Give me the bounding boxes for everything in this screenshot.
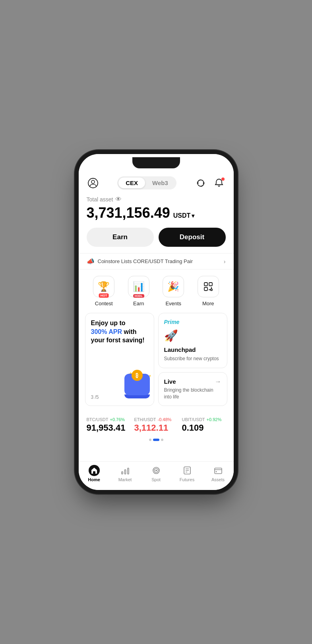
nav-futures[interactable]: Futures (172, 465, 203, 482)
announcement-bar[interactable]: 📣 Coinstore Lists CORE/USDT Trading Pair… (79, 253, 234, 269)
assets-nav-icon (213, 465, 224, 476)
cards-section: Enjoy up to 300% APR with your forst sav… (79, 313, 234, 412)
quick-icon-events[interactable]: 🎉 Events (156, 276, 191, 306)
notification-button[interactable] (213, 177, 225, 189)
quick-icons: 🏆 HOT Contest 📊 HODL Earn 🎉 Events (79, 269, 234, 313)
svg-rect-5 (204, 283, 207, 286)
more-grid-icon (203, 281, 214, 292)
ubit-price: 0.109 (182, 423, 222, 433)
cex-tab[interactable]: CEX (118, 178, 145, 188)
live-arrow-icon: → (215, 378, 221, 385)
dot-3 (161, 439, 163, 441)
launchpad-card[interactable]: Prime 🚀 Launchpad Subscribe for new cryp… (158, 313, 227, 368)
notification-dot (221, 178, 225, 181)
svg-rect-6 (209, 283, 212, 286)
earn-icon-box: 📊 HODL (128, 276, 149, 297)
bottom-nav: Home Market Spot (79, 461, 234, 490)
support-button[interactable] (194, 177, 207, 189)
announcement-chevron: › (224, 258, 226, 265)
quick-icon-contest[interactable]: 🏆 HOT Contest (87, 276, 122, 306)
contest-icon: 🏆 (98, 281, 110, 292)
spot-nav-label: Spot (151, 477, 161, 482)
asset-amount: 3,731,156.49 (87, 205, 170, 221)
earn-card[interactable]: Enjoy up to 300% APR with your forst sav… (85, 313, 154, 406)
exchange-toggle: CEX Web3 (117, 176, 176, 189)
svg-rect-14 (128, 468, 129, 474)
eth-change: -0.48% (158, 417, 172, 422)
nav-assets[interactable]: Assets (203, 465, 234, 482)
market-nav-label: Market (118, 477, 132, 482)
contest-icon-box: 🏆 HOT (93, 276, 114, 297)
earn-button[interactable]: Earn (87, 228, 154, 247)
notch (132, 157, 180, 168)
ticker-btc[interactable]: BTC/USDT +0.76% 91,953.41 (87, 417, 126, 433)
launchpad-title: Launchpad (164, 346, 196, 353)
earn-label: Earn (133, 301, 144, 306)
live-card[interactable]: Live → Bringing the blockchain into life (158, 372, 227, 406)
web3-tab[interactable]: Web3 (145, 178, 175, 188)
events-icon-box: 🎉 (163, 276, 184, 297)
status-bar (79, 154, 234, 172)
hodl-badge: HODL (133, 294, 144, 298)
contest-label: Contest (95, 301, 113, 306)
megaphone-icon: 📣 (87, 258, 95, 265)
svg-rect-7 (204, 287, 207, 291)
dot-2-active (153, 439, 159, 441)
futures-nav-label: Futures (180, 477, 194, 482)
rocket-icon: 🚀 (164, 329, 178, 342)
launchpad-desc: Subscribe for new cryptos (164, 355, 219, 362)
home-nav-label: Home (88, 477, 100, 482)
eth-pair: ETH/USDT -0.48% (134, 417, 174, 422)
header: CEX Web3 (79, 172, 234, 193)
action-buttons: Earn Deposit (79, 226, 234, 253)
wallet-illustration: ✦ ✦ ✦ ₿ (124, 374, 150, 400)
earn-icon: 📊 (133, 281, 145, 292)
quick-icon-earn[interactable]: 📊 HODL Earn (121, 276, 156, 306)
svg-point-4 (203, 182, 205, 184)
svg-rect-12 (122, 472, 123, 474)
svg-point-17 (155, 470, 157, 471)
live-header: Live → (164, 378, 221, 385)
market-nav-icon (120, 465, 131, 476)
nav-spot[interactable]: Spot (141, 465, 172, 482)
phone-frame: CEX Web3 (79, 154, 234, 490)
quick-icon-more[interactable]: More (191, 276, 226, 306)
header-icons (194, 177, 225, 189)
deposit-button[interactable]: Deposit (159, 228, 226, 247)
btc-pair: BTC/USDT +0.76% (87, 417, 126, 422)
ubit-change: +0.92% (207, 417, 222, 422)
dot-1 (149, 439, 151, 441)
more-label: More (202, 301, 214, 306)
svg-point-23 (215, 471, 217, 472)
earn-card-text: Enjoy up to 300% APR with your forst sav… (91, 319, 148, 345)
more-icon-box (198, 276, 219, 297)
ubit-pair: UBIT/USDT +0.92% (182, 417, 222, 422)
card-pagination: 3 /5 (91, 394, 99, 400)
visibility-toggle[interactable]: 👁 (115, 196, 122, 203)
svg-rect-22 (215, 468, 222, 474)
assets-nav-label: Assets (211, 477, 225, 482)
total-asset-section: Total asset 👁 3,731,156.49 USDT ▾ (79, 193, 234, 226)
spot-nav-icon (151, 465, 162, 476)
ticker-eth[interactable]: ETH/USDT -0.48% 3,112.11 (134, 417, 174, 433)
profile-button[interactable] (87, 177, 99, 189)
home-nav-icon (89, 465, 100, 476)
svg-rect-11 (93, 471, 95, 474)
btc-price: 91,953.41 (87, 423, 126, 433)
btc-change: +0.76% (110, 417, 125, 422)
svg-rect-13 (124, 470, 126, 474)
futures-nav-icon (182, 465, 193, 476)
ticker-indicator (79, 439, 234, 441)
nav-home[interactable]: Home (79, 465, 110, 482)
total-amount-display: 3,731,156.49 USDT ▾ (87, 205, 226, 221)
svg-point-1 (91, 180, 95, 183)
svg-point-3 (197, 182, 199, 184)
apr-text: 300% APR (91, 328, 122, 335)
ticker-ubit[interactable]: UBIT/USDT +0.92% 0.109 (182, 417, 222, 433)
prime-label: Prime (164, 319, 180, 325)
eth-price: 3,112.11 (134, 423, 174, 433)
app-content: CEX Web3 (79, 172, 234, 461)
events-icon: 🎉 (167, 281, 179, 292)
nav-market[interactable]: Market (110, 465, 141, 482)
asset-currency: USDT ▾ (173, 212, 195, 219)
